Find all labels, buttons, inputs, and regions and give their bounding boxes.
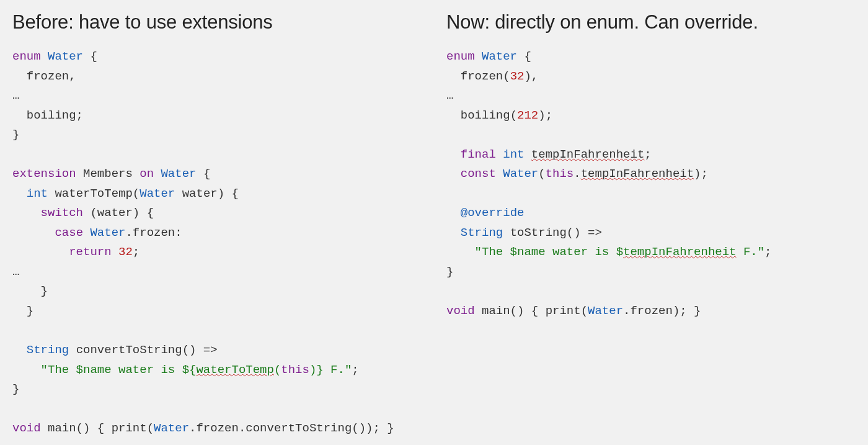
indent	[446, 148, 461, 161]
main-call: main() { print(	[475, 304, 588, 318]
number-32: 32	[510, 70, 525, 83]
dot: .	[574, 167, 580, 181]
indent	[446, 245, 475, 259]
keyword-enum: enum	[446, 50, 475, 63]
paren: (	[538, 167, 545, 181]
indent	[446, 206, 461, 220]
brace: {	[83, 50, 97, 63]
indent	[446, 109, 461, 122]
keyword-void: void	[12, 421, 41, 435]
semicolon: ;	[644, 148, 651, 161]
entry-frozen: frozen(	[461, 70, 510, 83]
fn-name: waterToTemp(	[48, 187, 140, 200]
rest: );	[694, 167, 708, 181]
brace: }	[12, 304, 33, 318]
string-squiggle: waterToTemp	[196, 363, 273, 377]
rest: .frozen); }	[623, 304, 701, 318]
type-int: int	[27, 187, 48, 200]
type-water: Water	[482, 50, 517, 63]
brace: }	[12, 128, 19, 142]
left-code: enum Water { frozen, … boiling; } extens…	[12, 47, 422, 439]
type-water: Water	[48, 50, 83, 63]
keyword-this: this	[546, 167, 574, 181]
brace: {	[196, 167, 210, 181]
brace: }	[12, 382, 19, 396]
keyword-void: void	[446, 304, 475, 318]
columns: Before: have to use extensions enum Wate…	[12, 11, 856, 439]
number-212: 212	[517, 109, 538, 122]
fn-name: toString() =>	[503, 226, 602, 240]
brace: {	[517, 50, 531, 63]
member: frozen:	[133, 226, 182, 240]
type-int: int	[503, 148, 524, 161]
keyword-case: case	[55, 226, 83, 240]
keyword-this: this	[281, 363, 309, 377]
ellipsis: …	[12, 89, 19, 102]
semicolon: ;	[352, 363, 358, 377]
keyword-return: return	[69, 245, 111, 259]
type-water: Water	[503, 167, 538, 181]
annotation-override: @override	[461, 206, 525, 220]
keyword-switch: switch	[41, 206, 83, 220]
rest: ),	[524, 70, 538, 83]
type-string: String	[461, 226, 503, 240]
indent	[12, 206, 41, 220]
keyword-on: on	[140, 167, 154, 181]
right-code: enum Water { frozen(32), … boiling(212);…	[446, 47, 856, 321]
string-part: The $name water is $	[482, 245, 623, 259]
type-string: String	[27, 343, 69, 357]
number-32: 32	[118, 245, 133, 259]
rest: .frozen.convertToString()); }	[189, 421, 394, 435]
indent	[12, 363, 41, 377]
right-heading: Now: directly on enum. Can override.	[446, 11, 856, 34]
indent	[446, 226, 461, 240]
string-squiggle: tempInFahrenheit	[623, 245, 736, 259]
indent	[12, 343, 27, 357]
entry-boiling: boiling(	[461, 109, 517, 122]
indent	[12, 245, 69, 259]
ident-squiggle: tempInFahrenheit	[531, 148, 644, 161]
semicolon: ;	[764, 245, 771, 259]
rest: water) {	[175, 187, 239, 200]
string-part: )} F."	[309, 363, 352, 377]
right-column: Now: directly on enum. Can override. enu…	[446, 11, 856, 439]
keyword-final: final	[461, 148, 496, 161]
keyword-const: const	[461, 167, 496, 181]
fn-name: convertToString() =>	[69, 343, 217, 357]
indent	[12, 187, 27, 200]
ellipsis: …	[12, 265, 19, 279]
string-part: (	[274, 363, 281, 377]
indent	[12, 226, 55, 240]
ellipsis: …	[446, 89, 453, 102]
keyword-enum: enum	[12, 50, 41, 63]
type-water: Water	[90, 226, 125, 240]
indent	[446, 70, 461, 83]
keyword-extension: extension	[12, 167, 76, 181]
code-line: boiling;	[12, 109, 83, 122]
type-water: Water	[161, 167, 196, 181]
semicolon: ;	[133, 245, 140, 259]
brace: }	[446, 265, 453, 279]
main-call: main() { print(	[41, 421, 154, 435]
indent	[446, 167, 461, 181]
type-water: Water	[140, 187, 175, 200]
string-quote: "	[475, 245, 482, 259]
string-quote: "	[41, 363, 48, 377]
rest: );	[538, 109, 552, 122]
code-line: frozen,	[12, 70, 76, 83]
ident-squiggle: tempInFahrenheit	[581, 167, 694, 181]
type-water: Water	[154, 421, 189, 435]
left-heading: Before: have to use extensions	[12, 11, 422, 34]
string-part: F."	[737, 245, 765, 259]
string-part: The $name water is ${	[48, 363, 196, 377]
dot: .	[125, 226, 132, 240]
type-water: Water	[588, 304, 623, 318]
brace: }	[12, 284, 48, 298]
rest: (water) {	[83, 206, 154, 220]
ext-name: Members	[76, 167, 140, 181]
left-column: Before: have to use extensions enum Wate…	[12, 11, 422, 439]
